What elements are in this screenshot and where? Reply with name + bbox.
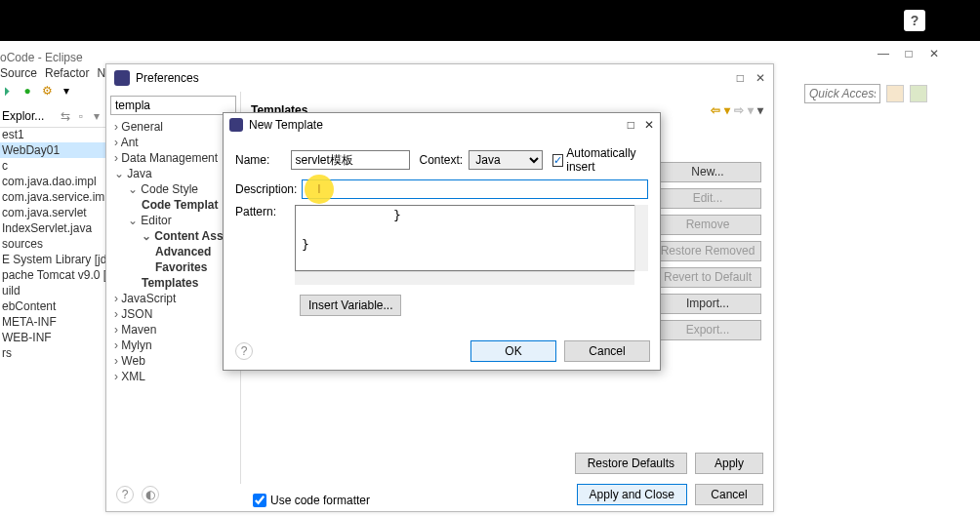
run-icon[interactable]: ● (20, 83, 35, 99)
apply-close-button[interactable]: Apply and Close (577, 484, 687, 505)
maximize-icon[interactable]: □ (902, 47, 916, 60)
import-button[interactable]: Import... (654, 294, 761, 314)
explorer-item[interactable]: com.java.servlet (0, 205, 105, 220)
auto-insert-label: Automatically insert (566, 146, 648, 174)
perspective-icon[interactable] (886, 85, 904, 102)
menu-icon[interactable]: ▾ (90, 109, 103, 123)
back-icon[interactable]: ⇦ (711, 103, 720, 117)
debug-icon[interactable]: ⏵ (0, 83, 16, 99)
scrollbar-horizontal[interactable] (295, 271, 634, 285)
pref-tree-item[interactable]: Code Templat (110, 197, 236, 213)
pref-tree-item[interactable]: Advanced (110, 244, 236, 259)
dlg-close-icon[interactable]: ✕ (644, 118, 654, 132)
eclipse-icon (229, 118, 243, 132)
explorer-item[interactable]: WebDay01 (0, 142, 105, 158)
export-button: Export... (654, 320, 761, 340)
remove-button: Remove (654, 215, 761, 235)
eclipse-icon (114, 70, 130, 86)
pref-filter-input[interactable] (110, 96, 236, 115)
pref-tree-item[interactable]: Code Style (110, 181, 236, 197)
pref-tree-item[interactable]: Maven (110, 322, 236, 337)
edit-button: Edit... (654, 188, 761, 209)
close-icon[interactable]: ✕ (927, 47, 941, 60)
restore-defaults-button[interactable]: Restore Defaults (575, 453, 687, 474)
menu-source[interactable]: Source (0, 66, 37, 80)
progress-icon[interactable]: ◐ (142, 486, 159, 503)
link-icon[interactable]: ⇆ (59, 109, 72, 123)
code-formatter-label: Use code formatter (270, 494, 370, 507)
explorer-item[interactable]: pache Tomcat v9.0 [sm (0, 267, 105, 283)
window-controls: — □ ✕ (877, 47, 941, 60)
context-label: Context: (420, 153, 464, 167)
code-formatter-checkbox[interactable] (253, 494, 266, 507)
fwd-icon[interactable]: ⇨ (734, 103, 744, 117)
pref-tree-item[interactable]: JavaScript (110, 291, 236, 306)
name-label: Name: (235, 153, 285, 167)
pref-tree-item[interactable]: Web (110, 353, 236, 369)
pref-tree-item[interactable]: General (110, 119, 236, 135)
pref-tree-item[interactable]: Favorites (110, 259, 236, 275)
explorer-item[interactable]: WEB-INF (0, 330, 105, 345)
name-input[interactable] (291, 150, 410, 170)
dialog-title: New Template (249, 118, 323, 132)
pref-tree-item[interactable]: XML (110, 369, 236, 384)
pref-tree-item[interactable]: Data Management (110, 150, 236, 166)
description-input[interactable]: I (302, 179, 648, 199)
context-select[interactable]: Java (469, 150, 543, 170)
auto-insert-checkbox[interactable]: ✓ (552, 154, 563, 167)
pref-maximize-icon[interactable]: □ (737, 71, 744, 85)
explorer-tab-label[interactable]: Explor... (2, 109, 44, 123)
scrollbar-vertical[interactable] (634, 205, 648, 271)
menu-drop-icon[interactable]: ▾ (757, 103, 763, 117)
preferences-title: Preferences (136, 71, 199, 85)
explorer-item[interactable]: IndexServlet.java (0, 220, 105, 236)
explorer-item[interactable]: com.java.service.impl (0, 189, 105, 205)
pattern-label: Pattern: (235, 205, 293, 218)
ok-button[interactable]: OK (470, 340, 556, 362)
pref-tree-item[interactable]: Editor (110, 213, 236, 228)
explorer-item[interactable]: rs (0, 345, 105, 361)
dlg-help-icon[interactable]: ? (235, 342, 253, 360)
explorer-item[interactable]: c (0, 158, 105, 174)
new-button[interactable]: New... (654, 162, 761, 182)
pref-cancel-button[interactable]: Cancel (695, 484, 763, 505)
pref-tree-item[interactable]: Ant (110, 135, 236, 150)
drop-icon[interactable]: ▾ (59, 83, 74, 99)
help-icon[interactable]: ? (904, 10, 925, 31)
quick-access-input[interactable] (804, 84, 880, 103)
menubar: Source Refactor Navi (0, 66, 120, 80)
pref-tree-item[interactable]: JSON (110, 306, 236, 322)
insert-variable-button[interactable]: Insert Variable... (300, 295, 401, 316)
dlg-maximize-icon[interactable]: □ (628, 118, 634, 132)
help-icon[interactable]: ? (116, 486, 134, 503)
explorer-item[interactable]: META-INF (0, 314, 105, 330)
apply-button[interactable]: Apply (695, 453, 763, 474)
collapse-icon[interactable]: ▫ (74, 109, 88, 123)
explorer-item[interactable]: uild (0, 283, 105, 298)
pref-tree[interactable]: GeneralAntData ManagementJavaCode StyleC… (110, 119, 236, 384)
app-title: oCode - Eclipse (0, 51, 83, 64)
text-cursor-icon: I (305, 175, 334, 204)
explorer-tree[interactable]: est1WebDay01c com.java.dao.impl com.java… (0, 127, 105, 361)
pattern-textarea[interactable] (295, 205, 648, 271)
toolbar: ⏵ ● ⚙ ▾ (0, 83, 74, 99)
explorer-item[interactable]: ebContent (0, 298, 105, 314)
explorer-item[interactable]: com.java.dao.impl (0, 174, 105, 189)
pref-tree-item[interactable]: Java (110, 166, 236, 181)
dlg-cancel-button[interactable]: Cancel (564, 340, 650, 362)
restore-removed-button: Restore Removed (654, 241, 761, 261)
ext-icon[interactable]: ⚙ (39, 83, 55, 99)
minimize-icon[interactable]: — (877, 47, 890, 60)
explorer-item[interactable]: E System Library [jdk1 (0, 252, 105, 267)
perspective-icon-2[interactable] (910, 85, 927, 102)
pref-tree-item[interactable]: Templates (110, 275, 236, 291)
pref-close-icon[interactable]: ✕ (755, 71, 765, 85)
pref-tree-item[interactable]: Mylyn (110, 337, 236, 353)
pref-tree-item[interactable]: Content Assist (110, 228, 236, 244)
menu-refactor[interactable]: Refactor (45, 66, 89, 80)
new-template-dialog: New Template □ ✕ Name: Context: Java ✓ A… (223, 112, 661, 371)
explorer-item[interactable]: est1 (0, 127, 105, 142)
revert-button: Revert to Default (654, 267, 761, 288)
explorer-item[interactable]: sources (0, 236, 105, 252)
description-label: Description: (235, 182, 296, 196)
